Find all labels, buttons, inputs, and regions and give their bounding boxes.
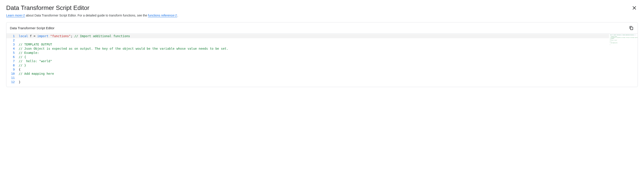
code-content: local f = import "functions"; // Import … xyxy=(19,34,609,38)
line-number: 6 xyxy=(6,55,19,59)
minimap[interactable]: local f = import "functions"; // Import … xyxy=(609,34,638,87)
code-content: // TEMPLATE OUTPUT xyxy=(19,42,609,47)
line-number: 3 xyxy=(6,42,19,47)
external-link-icon xyxy=(174,14,177,17)
code-content xyxy=(19,38,609,42)
line-number: 11 xyxy=(6,76,19,80)
code-content xyxy=(19,76,609,80)
line-number: 12 xyxy=(6,80,19,84)
code-content: { xyxy=(19,67,609,72)
code-line[interactable]: 12} xyxy=(6,80,609,84)
learn-more-link[interactable]: Learn more xyxy=(6,14,25,17)
code-editor[interactable]: 1local f = import "functions"; // Import… xyxy=(6,34,638,87)
code-content: // Json Object is expected as on output.… xyxy=(19,47,609,51)
page-title: Data Transformer Script Editor xyxy=(6,4,89,11)
code-line[interactable]: 4// Json Object is expected as on output… xyxy=(6,47,609,51)
line-number: 2 xyxy=(6,38,19,42)
subtitle-text: Learn more about Data Transformer Script… xyxy=(6,14,638,17)
code-line[interactable]: 1local f = import "functions"; // Import… xyxy=(6,34,609,38)
line-number: 10 xyxy=(6,72,19,76)
panel-header: Data Transformer Script Editor xyxy=(6,22,638,34)
close-icon xyxy=(632,5,637,10)
code-line[interactable]: 7// hello: "world" xyxy=(6,59,609,63)
copy-icon xyxy=(629,25,634,30)
line-number: 7 xyxy=(6,59,19,63)
code-content: // Add mapping here xyxy=(19,72,609,76)
line-number: 4 xyxy=(6,47,19,51)
editor-panel: Data Transformer Script Editor 1local f … xyxy=(6,22,638,87)
close-button[interactable] xyxy=(631,4,638,11)
code-line[interactable]: 9{ xyxy=(6,67,609,72)
line-number: 8 xyxy=(6,63,19,67)
external-link-icon xyxy=(22,14,25,17)
code-content: // { xyxy=(19,55,609,59)
functions-reference-link[interactable]: functions reference xyxy=(148,14,177,17)
line-number: 5 xyxy=(6,51,19,55)
code-content: // } xyxy=(19,63,609,67)
panel-title: Data Transformer Script Editor xyxy=(10,26,54,30)
line-number: 1 xyxy=(6,34,19,38)
svg-rect-2 xyxy=(630,27,633,30)
copy-button[interactable] xyxy=(628,25,634,31)
code-line[interactable]: 8// } xyxy=(6,63,609,67)
code-line[interactable]: 2 xyxy=(6,38,609,42)
line-number: 9 xyxy=(6,67,19,72)
code-line[interactable]: 5// Example: xyxy=(6,51,609,55)
code-line[interactable]: 3// TEMPLATE OUTPUT xyxy=(6,42,609,47)
code-line[interactable]: 10// Add mapping here xyxy=(6,72,609,76)
code-line[interactable]: 6// { xyxy=(6,55,609,59)
code-line[interactable]: 11 xyxy=(6,76,609,80)
code-content: } xyxy=(19,80,609,84)
code-content: // Example: xyxy=(19,51,609,55)
code-content: // hello: "world" xyxy=(19,59,609,63)
